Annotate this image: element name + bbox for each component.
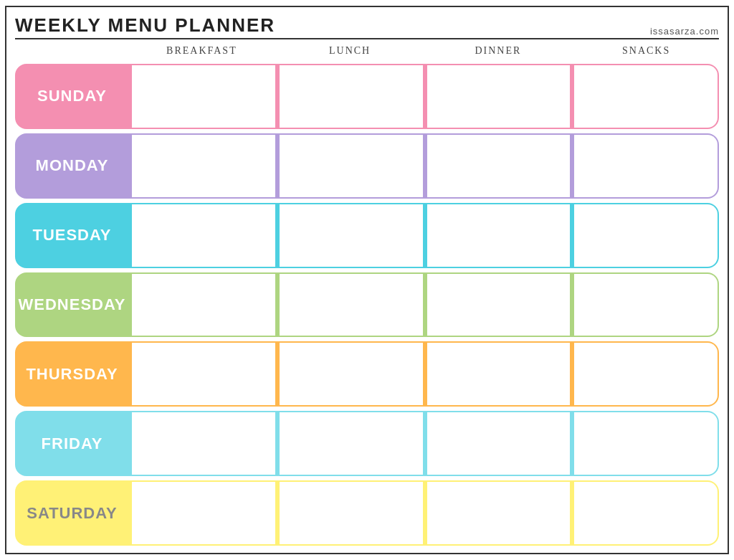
meal-cell-tuesday-breakfast[interactable] <box>130 204 275 267</box>
day-label-sunday: Sunday <box>16 65 128 128</box>
day-label-saturday: Saturday <box>16 482 128 544</box>
day-row-tuesday: Tuesday <box>15 203 719 268</box>
planner-title: Weekly Menu Planner <box>15 14 275 37</box>
day-label-tuesday: Tuesday <box>16 204 128 267</box>
meal-cell-sunday-breakfast[interactable] <box>130 65 275 128</box>
day-row-sunday: Sunday <box>15 64 719 129</box>
day-label-text-wednesday: Wednesday <box>19 295 126 314</box>
meal-cell-saturday-snacks[interactable] <box>573 482 718 544</box>
meal-cell-thursday-lunch[interactable] <box>278 343 423 405</box>
planner-header: Weekly Menu Planner issasarza.com <box>15 14 719 39</box>
day-row-monday: Monday <box>15 133 719 199</box>
meal-cell-friday-dinner[interactable] <box>426 412 571 475</box>
meal-cell-sunday-dinner[interactable] <box>426 65 571 128</box>
day-label-thursday: Thursday <box>16 343 128 405</box>
meal-cell-saturday-breakfast[interactable] <box>130 482 275 544</box>
day-label-monday: Monday <box>16 135 128 197</box>
meal-cell-monday-dinner[interactable] <box>426 135 571 197</box>
day-rows: SundayMondayTuesdayWednesdayThursdayFrid… <box>15 64 719 546</box>
col-header-lunch: Lunch <box>277 45 423 57</box>
meal-cell-saturday-dinner[interactable] <box>426 482 571 544</box>
meal-cell-wednesday-dinner[interactable] <box>426 274 571 336</box>
day-label-text-monday: Monday <box>36 156 109 175</box>
meal-cell-monday-breakfast[interactable] <box>130 135 275 197</box>
meal-cell-friday-snacks[interactable] <box>573 412 718 475</box>
column-headers: Breakfast Lunch Dinner Snacks <box>15 45 719 60</box>
meal-cell-wednesday-snacks[interactable] <box>573 274 718 336</box>
meal-cell-thursday-breakfast[interactable] <box>130 343 275 405</box>
day-label-text-tuesday: Tuesday <box>32 226 111 245</box>
meal-cell-wednesday-lunch[interactable] <box>278 274 423 336</box>
day-label-friday: Friday <box>16 412 128 475</box>
planner-url: issasarza.com <box>650 26 719 37</box>
col-header-breakfast: Breakfast <box>129 45 275 57</box>
day-label-text-friday: Friday <box>42 435 103 453</box>
col-header-empty <box>15 45 126 57</box>
day-row-thursday: Thursday <box>15 341 719 407</box>
day-row-saturday: Saturday <box>15 480 719 546</box>
meal-cell-thursday-dinner[interactable] <box>426 343 571 405</box>
day-label-text-sunday: Sunday <box>37 87 107 105</box>
meal-cell-tuesday-lunch[interactable] <box>278 204 423 267</box>
meal-cell-thursday-snacks[interactable] <box>573 343 718 405</box>
day-row-friday: Friday <box>15 411 719 476</box>
day-label-wednesday: Wednesday <box>16 274 128 336</box>
day-label-text-saturday: Saturday <box>27 504 118 523</box>
day-label-text-thursday: Thursday <box>26 365 118 384</box>
col-header-snacks: Snacks <box>573 45 719 57</box>
meal-cell-wednesday-breakfast[interactable] <box>130 274 275 336</box>
day-row-wednesday: Wednesday <box>15 272 719 338</box>
meal-cell-monday-lunch[interactable] <box>278 135 423 197</box>
col-header-dinner: Dinner <box>426 45 571 57</box>
meal-cell-friday-breakfast[interactable] <box>130 412 275 475</box>
meal-cell-monday-snacks[interactable] <box>573 135 718 197</box>
meal-cell-sunday-snacks[interactable] <box>573 65 718 128</box>
meal-cell-friday-lunch[interactable] <box>278 412 423 475</box>
meal-cell-tuesday-dinner[interactable] <box>426 204 571 267</box>
meal-cell-tuesday-snacks[interactable] <box>573 204 718 267</box>
meal-cell-saturday-lunch[interactable] <box>278 482 423 544</box>
weekly-menu-planner: Weekly Menu Planner issasarza.com Breakf… <box>5 6 729 554</box>
meal-cell-sunday-lunch[interactable] <box>278 65 423 128</box>
